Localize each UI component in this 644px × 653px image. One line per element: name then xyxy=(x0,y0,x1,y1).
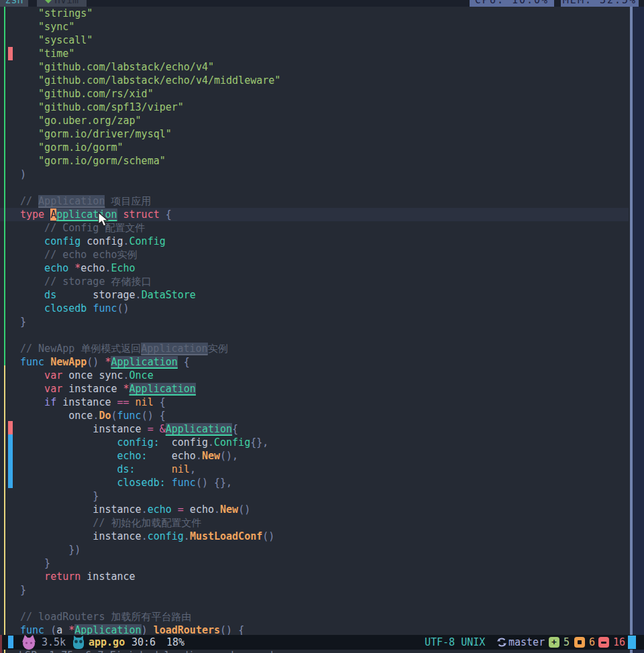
code-line[interactable]: "gorm.io/gorm" xyxy=(0,141,629,154)
statusline-right-block xyxy=(628,636,636,649)
right-pane-strip xyxy=(633,7,644,653)
mode-indicator xyxy=(8,636,13,648)
code-line[interactable] xyxy=(0,329,629,342)
diff-added-count: 5 xyxy=(564,635,570,650)
code-line[interactable]: "github.com/labstack/echo/v4/middleware" xyxy=(0,74,629,87)
left-scroll-indicator-yellow xyxy=(4,365,5,653)
code-editor[interactable]: "strings" "sync" "syscall" "time" "githu… xyxy=(0,7,629,637)
diff-added-icon: + xyxy=(549,637,559,648)
code-line[interactable]: ds storage.DataStore xyxy=(0,288,629,302)
message-line: LSP ~1.75s 6.7 Finished loading packages… xyxy=(0,649,631,653)
code-line[interactable]: closedb: func() {}, xyxy=(0,476,629,489)
code-line[interactable]: echo *echo.Echo xyxy=(0,261,629,275)
scroll-percent: 18% xyxy=(166,635,184,650)
left-scroll-indicator-green xyxy=(4,7,5,365)
nvim-icon xyxy=(45,0,52,3)
code-line[interactable]: ds: nil, xyxy=(0,463,629,476)
code-line[interactable]: instance.config.MustLoadConf() xyxy=(0,530,629,543)
cat-icon xyxy=(21,635,37,650)
mouse-pointer xyxy=(98,212,109,227)
tmux-window-zsh[interactable]: zsh xyxy=(0,0,28,7)
code-line[interactable] xyxy=(0,181,629,194)
code-line[interactable]: "time" xyxy=(0,47,629,60)
plugin-count: 3.5k xyxy=(42,635,66,650)
code-line[interactable] xyxy=(0,597,629,610)
code-line[interactable]: "go.uber.org/zap" xyxy=(0,114,629,127)
code-line[interactable]: "sync" xyxy=(0,20,629,34)
diff-removed-count: 16 xyxy=(613,635,625,650)
code-line[interactable]: "strings" xyxy=(0,7,629,20)
code-line[interactable]: // 初始化加载配置文件 xyxy=(0,516,629,530)
tmux-window-nvim-label: nvim xyxy=(54,0,78,7)
code-line[interactable]: }) xyxy=(0,543,629,556)
code-line[interactable]: } xyxy=(0,489,629,503)
code-line[interactable]: "gorm.io/driver/mysql" xyxy=(0,127,629,141)
code-line[interactable]: // Config 配置文件 xyxy=(0,221,629,235)
git-sign-add xyxy=(8,434,13,488)
code-line[interactable]: // loadRouters 加载所有平台路由 xyxy=(0,610,629,624)
code-line[interactable]: "gorm.io/gorm/schema" xyxy=(0,154,629,168)
git-sign-change xyxy=(8,421,13,434)
code-line[interactable]: // Application 项目应用 xyxy=(0,194,629,208)
code-line[interactable]: once.Do(func() { xyxy=(0,409,629,422)
code-line[interactable]: // NewApp 单例模式返回Application实例 xyxy=(0,342,629,355)
code-line[interactable]: echo: echo.New(), xyxy=(0,449,629,463)
statusline: 3.5k app.go 30:6 18% UTF-8 UNIX master +… xyxy=(0,635,644,650)
code-line[interactable]: "github.com/spf13/viper" xyxy=(0,101,629,114)
encoding-eol: UTF-8 UNIX xyxy=(425,635,485,650)
code-line[interactable]: return instance xyxy=(0,570,629,583)
cursor-position: 30:6 xyxy=(131,635,156,650)
code-line[interactable]: } xyxy=(0,315,629,329)
diff-modified-count: 6 xyxy=(589,635,595,650)
git-branch: master xyxy=(508,635,545,650)
code-line[interactable]: } xyxy=(0,556,629,570)
git-sign-change xyxy=(8,47,13,60)
code-line[interactable]: func NewApp() *Application { xyxy=(0,355,629,369)
git-branch-icon xyxy=(496,637,507,648)
code-line[interactable]: instance = &Application{ xyxy=(0,422,629,436)
code-line[interactable]: config config.Config xyxy=(0,235,629,248)
code-line[interactable]: instance.echo = echo.New() xyxy=(0,503,629,516)
cpu-usage: CPU: 10.0% xyxy=(470,0,554,7)
code-line[interactable]: "syscall" xyxy=(0,34,629,47)
code-line[interactable]: } xyxy=(0,583,629,597)
tmux-window-nvim[interactable]: nvim xyxy=(37,0,87,7)
filename: app.go xyxy=(89,635,125,650)
code-line[interactable]: var instance *Application xyxy=(0,382,629,396)
diff-modified-icon xyxy=(574,637,585,648)
code-line[interactable]: type Application struct { xyxy=(0,208,629,221)
code-line[interactable]: config: config.Config{}, xyxy=(0,436,629,449)
code-line[interactable]: "github.com/rs/xid" xyxy=(0,87,629,101)
code-line[interactable]: if instance == nil { xyxy=(0,396,629,409)
code-line[interactable]: closedb func() xyxy=(0,302,629,315)
diff-removed-icon xyxy=(598,637,609,648)
owl-icon xyxy=(72,636,85,650)
pane-border xyxy=(630,7,633,653)
mem-usage: MEM: 32.5% xyxy=(561,0,639,7)
code-line[interactable]: "github.com/labstack/echo/v4" xyxy=(0,60,629,74)
tmux-status-bar: zsh nvim CPU: 10.0% MEM: 32.5% xyxy=(0,0,644,7)
code-line[interactable]: // echo echo实例 xyxy=(0,248,629,261)
tmux-window-zsh-label: zsh xyxy=(5,0,23,6)
code-line[interactable]: // storage 存储接口 xyxy=(0,275,629,288)
code-line[interactable]: var once sync.Once xyxy=(0,369,629,382)
code-line[interactable]: ) xyxy=(0,168,629,181)
